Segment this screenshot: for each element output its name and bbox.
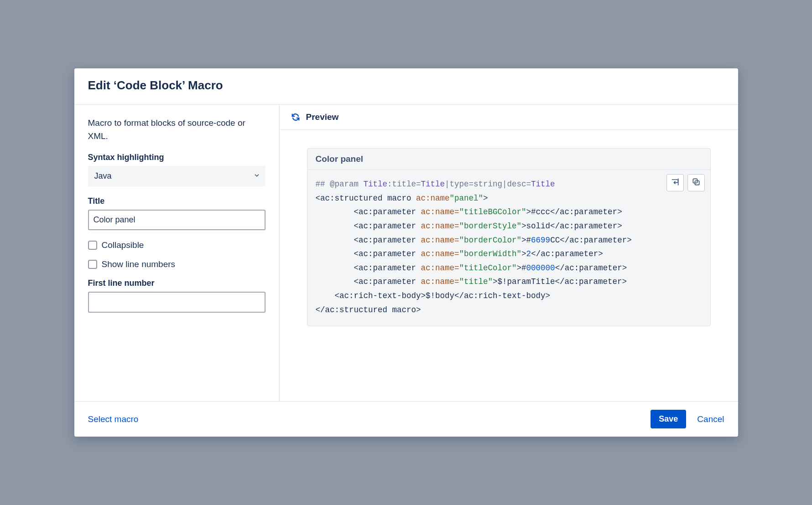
first-line-number-field: First line number <box>88 278 265 312</box>
code-block-content: ## @param Title:title=Title|type=string|… <box>307 170 710 326</box>
syntax-highlighting-label: Syntax highlighting <box>88 153 265 162</box>
save-button[interactable]: Save <box>651 410 686 428</box>
collapsible-label: Collapsible <box>102 240 144 250</box>
preview-title: Preview <box>306 112 339 122</box>
refresh-icon <box>291 112 301 122</box>
footer-actions: Save Cancel <box>651 410 724 428</box>
copy-icon <box>692 177 701 188</box>
select-macro-link[interactable]: Select macro <box>88 414 139 424</box>
dialog-footer: Select macro Save Cancel <box>74 401 738 437</box>
syntax-highlighting-value: Java <box>94 171 112 180</box>
wrap-lines-button[interactable] <box>666 174 684 191</box>
show-line-numbers-row[interactable]: Show line numbers <box>88 259 265 269</box>
copy-button[interactable] <box>687 174 705 191</box>
dialog-title: Edit ‘Code Block’ Macro <box>88 78 724 93</box>
collapsible-row[interactable]: Collapsible <box>88 240 265 250</box>
syntax-highlighting-select[interactable]: Java <box>88 166 265 186</box>
dialog-body: Macro to format blocks of source-code or… <box>74 105 738 401</box>
title-field: Title <box>88 196 265 230</box>
title-input[interactable] <box>88 210 265 230</box>
preview-panel: Preview Color panel ## @param Title:titl… <box>280 105 738 401</box>
code-block-actions <box>666 174 705 191</box>
code-block: Color panel ## @param Title:title=Title|… <box>307 148 711 326</box>
show-line-numbers-checkbox[interactable] <box>88 260 97 269</box>
dialog-header: Edit ‘Code Block’ Macro <box>74 68 738 105</box>
collapsible-checkbox[interactable] <box>88 241 97 250</box>
cancel-button[interactable]: Cancel <box>697 414 724 424</box>
macro-description: Macro to format blocks of source-code or… <box>88 117 265 143</box>
form-panel: Macro to format blocks of source-code or… <box>74 105 280 401</box>
macro-edit-dialog: Edit ‘Code Block’ Macro Macro to format … <box>74 68 738 437</box>
syntax-highlighting-select-wrap: Java <box>88 166 265 186</box>
title-label: Title <box>88 196 265 206</box>
preview-header: Preview <box>280 105 738 130</box>
preview-body: Color panel ## @param Title:title=Title|… <box>280 130 738 345</box>
show-line-numbers-label: Show line numbers <box>102 259 176 269</box>
wrap-icon <box>671 177 680 188</box>
first-line-number-label: First line number <box>88 278 265 288</box>
syntax-highlighting-field: Syntax highlighting Java <box>88 153 265 186</box>
first-line-number-input[interactable] <box>88 292 265 312</box>
code-block-title: Color panel <box>307 149 710 170</box>
